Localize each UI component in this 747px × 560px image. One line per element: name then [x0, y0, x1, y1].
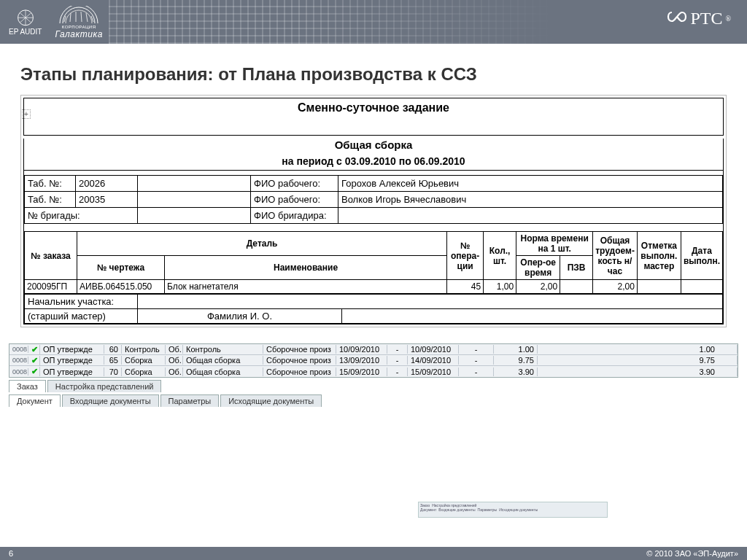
copyright: © 2010 ЗАО «ЭП-Аудит»	[646, 549, 738, 558]
logo-galaktika-text: Галактика	[55, 30, 102, 39]
tab-strip-2: Документ Входящие документы Параметры Ис…	[9, 394, 738, 407]
logo-ptc: PTC®	[667, 9, 731, 28]
anchor-marker: +	[22, 109, 31, 119]
doc-period: на период с 03.09.2010 по 06.09.2010	[24, 155, 723, 171]
signature-block: Начальник участка: (старший мастер)Фамил…	[24, 294, 723, 324]
logo-ptc-text: PTC	[690, 9, 722, 28]
logo-galaktika-sub: КОРПОРАЦИЯ	[62, 25, 96, 29]
check-icon: ✔	[28, 367, 40, 376]
check-icon: ✔	[28, 345, 40, 354]
footer-bar: 6 © 2010 ЗАО «ЭП-Аудит»	[0, 547, 747, 560]
slide-title: Этапы планирования: от Плана производств…	[20, 64, 747, 85]
tab-view-settings[interactable]: Настройка представлений	[47, 380, 162, 392]
header-bar: EP AUDIT КОРПОРАЦИЯ Галактика PTC®	[0, 0, 747, 44]
tab-incoming[interactable]: Входящие документы	[62, 394, 159, 407]
check-icon: ✔	[28, 356, 40, 365]
logo-ep-audit-text: EP AUDIT	[9, 28, 42, 36]
grid-row[interactable]: 0008✔ОП утвержде70СборкаОб.Общая сборкаС…	[9, 366, 738, 377]
tab-params[interactable]: Параметры	[160, 394, 220, 407]
tab-document[interactable]: Документ	[9, 394, 61, 407]
registered-icon: ®	[725, 15, 731, 23]
worker-row: Таб. №:20026 ФИО рабочего:Горохов Алексе…	[25, 176, 723, 192]
page-number: 6	[9, 549, 13, 558]
tab-outgoing[interactable]: Исходящие документы	[220, 394, 322, 407]
table-row: 200095ГП АИВБ.064515.050 Блок нагнетател…	[25, 280, 723, 294]
svg-line-5	[86, 13, 88, 22]
operations-grid: 0008✔ОП утвержде60КонтрольОб.КонтрольСбо…	[9, 343, 738, 407]
logo-ep-audit: EP AUDIT	[9, 8, 42, 36]
document-preview: Сменно-суточное задание Общая сборка на …	[20, 95, 727, 327]
tab-strip-1: Заказ Настройка представлений	[9, 380, 738, 392]
worker-row: № бригады: ФИО бригадира:	[25, 208, 723, 224]
infinity-icon	[667, 9, 687, 28]
operations-table: № заказа Деталь № опера-ции Кол., шт. Но…	[24, 231, 723, 294]
tab-order[interactable]: Заказ	[9, 380, 46, 392]
grid-row[interactable]: 0008✔ОП утвержде60КонтрольОб.КонтрольСбо…	[9, 344, 738, 355]
thumbnail-preview: ЗаказНастройка представлений ДокументВхо…	[418, 502, 608, 518]
svg-line-2	[70, 13, 71, 22]
worker-row: Таб. №:20035 ФИО рабочего:Волков Игорь В…	[25, 192, 723, 208]
svg-line-4	[81, 12, 82, 22]
doc-section: Общая сборка	[24, 139, 723, 151]
header-pattern	[109, 0, 747, 44]
worker-table: Таб. №:20026 ФИО рабочего:Горохов Алексе…	[24, 175, 723, 224]
logo-galaktika: КОРПОРАЦИЯ Галактика	[55, 6, 102, 39]
doc-title: Сменно-суточное задание	[24, 101, 723, 114]
grid-row[interactable]: 0008✔ОП утвержде65СборкаОб.Общая сборкаС…	[9, 355, 738, 366]
